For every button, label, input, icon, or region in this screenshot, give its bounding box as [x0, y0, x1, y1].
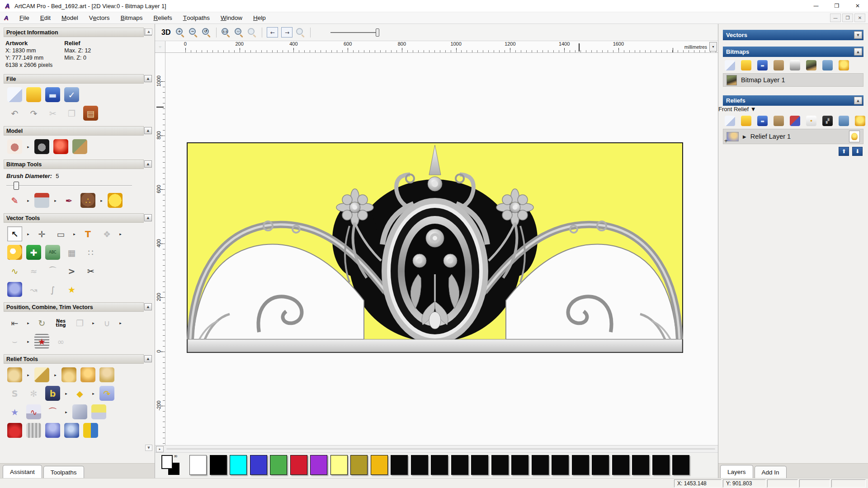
- colour-swatch[interactable]: [270, 455, 287, 475]
- collapse-bitmaps-button[interactable]: ▲: [854, 48, 862, 56]
- tab-toolpaths[interactable]: Toolpaths: [43, 466, 84, 478]
- collapse-relief-tools-button[interactable]: ▲: [144, 355, 152, 362]
- dropdown-arrow-icon[interactable]: ▼: [750, 106, 756, 113]
- flyout-arrow[interactable]: ▸: [26, 373, 30, 377]
- colour-swatch[interactable]: [371, 455, 388, 475]
- collapse-position-button[interactable]: ▲: [144, 303, 152, 310]
- link-colours-icon[interactable]: ∞: [174, 453, 178, 459]
- text-on-curve-icon[interactable]: ↻: [34, 315, 49, 330]
- merge-bitmap-icon[interactable]: [774, 60, 784, 70]
- create-text-icon[interactable]: T: [80, 226, 95, 241]
- sculpt-icon[interactable]: [7, 367, 22, 382]
- cone-relief-icon[interactable]: [45, 423, 60, 438]
- fit-arcs-icon[interactable]: ↝: [26, 282, 41, 297]
- flyout-arrow[interactable]: ▸: [26, 321, 30, 325]
- toggle-bitmap-visibility-icon[interactable]: [839, 60, 849, 70]
- offset-vector-icon[interactable]: >: [64, 263, 79, 278]
- flyout-arrow[interactable]: ▸: [72, 232, 76, 236]
- flyout-arrow[interactable]: ▸: [91, 391, 95, 396]
- zoom-in-icon[interactable]: +: [175, 28, 185, 38]
- colour-swatch[interactable]: [250, 455, 267, 475]
- stack-layers-icon[interactable]: [790, 116, 800, 126]
- child-minimize-button[interactable]: —: [830, 14, 841, 22]
- flyout-arrow[interactable]: ▸: [118, 232, 123, 236]
- paste-icon[interactable]: ▤: [83, 106, 98, 121]
- open-relief-layer-icon[interactable]: [741, 116, 751, 126]
- transform-vectors-icon[interactable]: ✛: [34, 226, 49, 241]
- weave-relief-icon[interactable]: ✻: [26, 386, 41, 401]
- slider-track[interactable]: [6, 185, 132, 186]
- texture-flow-icon[interactable]: ★: [34, 334, 49, 349]
- flyout-arrow[interactable]: ▸: [64, 410, 68, 414]
- group-vectors-icon[interactable]: ❐: [72, 315, 87, 330]
- select-vectors-icon[interactable]: ↖: [7, 226, 22, 241]
- relief-visibility-button[interactable]: [849, 131, 860, 142]
- open-bitmap-layer-icon[interactable]: [741, 60, 751, 70]
- tab-assistant[interactable]: Assistant: [3, 465, 42, 478]
- pan-view-icon[interactable]: [296, 28, 306, 38]
- colour-swatch[interactable]: [652, 455, 670, 475]
- reduce-colours-icon[interactable]: [108, 193, 123, 208]
- menu-bitmaps[interactable]: Bitmaps: [115, 12, 148, 23]
- restore-button[interactable]: ❐: [826, 0, 847, 12]
- tab-layers[interactable]: Layers: [720, 465, 753, 478]
- child-restore-button[interactable]: ❐: [842, 14, 853, 22]
- star-relief-icon[interactable]: ★: [7, 404, 22, 419]
- zoom-previous-icon[interactable]: ↺: [202, 28, 212, 38]
- new-bitmap-layer-icon[interactable]: [725, 60, 735, 70]
- trim-vectors-icon[interactable]: ✂: [83, 263, 98, 278]
- lighting-icon[interactable]: [53, 139, 68, 154]
- next-view-button[interactable]: →: [281, 27, 292, 38]
- menu-model[interactable]: Model: [56, 12, 84, 23]
- copy-icon[interactable]: ❐: [64, 106, 79, 121]
- open-model-icon[interactable]: [26, 87, 41, 102]
- slider-handle[interactable]: [14, 182, 19, 190]
- zoom-slider[interactable]: [330, 32, 378, 33]
- angle-plane-icon[interactable]: [91, 404, 106, 419]
- merge-relief-icon[interactable]: [99, 367, 114, 382]
- menu-toolpaths[interactable]: Toolpaths: [178, 12, 215, 23]
- merge-relief-layer-icon[interactable]: [774, 116, 784, 126]
- colour-swatch[interactable]: [491, 455, 509, 475]
- nesting-icon[interactable]: Nes ting: [53, 315, 68, 330]
- colour-swatch[interactable]: [532, 455, 549, 475]
- bulb-page-icon[interactable]: •: [806, 116, 816, 126]
- colour-swatch[interactable]: [552, 455, 569, 475]
- zoom-object-icon[interactable]: [247, 28, 257, 38]
- colour-swatch[interactable]: [592, 455, 609, 475]
- child-close-button[interactable]: ✕: [854, 14, 865, 22]
- create-star-icon[interactable]: ★: [64, 282, 79, 297]
- colour-swatch[interactable]: [612, 455, 629, 475]
- create-polyline-icon[interactable]: ∿: [7, 263, 22, 278]
- vector-doctor-icon[interactable]: ❖: [99, 226, 114, 241]
- colour-picker-icon[interactable]: ✒: [61, 193, 76, 208]
- expand-relief-layer-icon[interactable]: ▶: [743, 134, 746, 139]
- save-bitmap-layer-icon[interactable]: ▬: [757, 60, 768, 70]
- twist-relief-icon[interactable]: [83, 423, 98, 438]
- switch-3d-view-button[interactable]: 3D: [160, 28, 172, 38]
- redo-icon[interactable]: ↷: [26, 106, 41, 121]
- cut-icon[interactable]: ✂: [45, 106, 60, 121]
- scrollbar-track[interactable]: [166, 448, 715, 450]
- menu-vectors[interactable]: Vectors: [84, 12, 115, 23]
- sweep-relief-icon[interactable]: S: [7, 386, 22, 401]
- greyscale-preview-icon[interactable]: ▞: [822, 116, 833, 126]
- sphere-relief-icon[interactable]: [64, 423, 79, 438]
- gradient-layer-icon[interactable]: [790, 60, 800, 70]
- weld-vectors-icon[interactable]: ∪: [99, 315, 114, 330]
- paste-along-curve-icon[interactable]: ∷: [83, 245, 98, 260]
- undo-icon[interactable]: ↶: [7, 106, 22, 121]
- zoom-1to1-icon[interactable]: 1:1: [221, 28, 231, 38]
- node-editing-icon[interactable]: ✚: [26, 245, 41, 260]
- move-layer-up-button[interactable]: ⬆: [839, 147, 849, 156]
- measure-icon[interactable]: [7, 245, 22, 260]
- primary-colour-chip[interactable]: [161, 455, 173, 469]
- fillet-icon[interactable]: ⌣: [7, 334, 22, 349]
- swoosh-relief-icon[interactable]: ⌒: [45, 404, 60, 419]
- flyout-arrow[interactable]: ▸: [64, 391, 68, 396]
- flyout-arrow[interactable]: ▸: [26, 339, 30, 344]
- block-copy-icon[interactable]: ⇤: [7, 315, 22, 330]
- relief-layer-row[interactable]: + ▶ Relief Layer 1: [723, 129, 863, 144]
- basket-weave-icon[interactable]: [26, 423, 41, 438]
- flyout-arrow[interactable]: ▸: [53, 373, 57, 377]
